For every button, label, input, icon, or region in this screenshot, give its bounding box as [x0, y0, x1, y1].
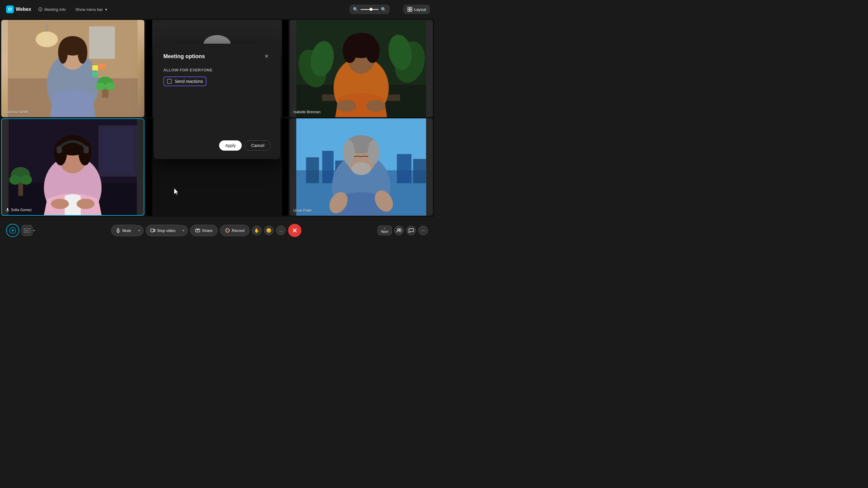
bottom-toolbar: CC ▾ Mute ▾ [0, 217, 434, 244]
dialog-section-title: Allow for everyone [163, 68, 271, 72]
send-reactions-checkbox[interactable] [167, 79, 172, 84]
webex-assistant-button[interactable] [6, 224, 19, 237]
svg-rect-71 [413, 159, 426, 184]
dialog-footer: Apply Cancel [163, 140, 271, 151]
meeting-info-label: Meeting info [44, 7, 66, 12]
svg-rect-48 [101, 129, 133, 173]
svg-rect-13 [89, 27, 115, 59]
isabelle-name-label: Isabelle Brennan [293, 110, 320, 114]
record-icon [225, 228, 230, 233]
share-label: Share [202, 228, 213, 233]
cancel-button[interactable]: Cancel [245, 140, 271, 151]
isabelle-name: Isabelle Brennan [293, 110, 320, 114]
top-bar-left: Webex Meeting info Show menu bar ▾ [6, 5, 110, 13]
svg-point-81 [12, 230, 13, 231]
share-icon [195, 228, 200, 233]
layout-icon [407, 7, 412, 12]
show-menu-label: Show menu bar [75, 7, 103, 12]
end-call-button[interactable] [288, 224, 301, 237]
svg-point-76 [368, 140, 379, 165]
toolbar-left: CC ▾ [6, 224, 35, 237]
umar-name: Umar Patel [293, 208, 311, 213]
zoom-in-icon[interactable]: 🔍 [381, 7, 386, 12]
svg-rect-70 [397, 154, 411, 183]
captions-button[interactable]: CC ▾ [22, 225, 35, 236]
assistant-icon [9, 227, 16, 234]
participants-icon [396, 228, 402, 233]
video-tile-isabelle: Isabelle Brennan [290, 20, 433, 117]
info-icon [38, 7, 42, 11]
stop-video-arrow[interactable]: ▾ [180, 225, 188, 236]
zoom-thumb [370, 8, 373, 11]
reactions-icon: 😊 [266, 228, 271, 233]
share-button[interactable]: Share [190, 225, 218, 236]
svg-point-52 [21, 175, 32, 185]
svg-rect-67 [306, 157, 319, 183]
zoom-slider[interactable] [361, 9, 378, 10]
end-call-icon [292, 227, 298, 233]
apply-button[interactable]: Apply [219, 140, 242, 151]
more-right-button[interactable]: ··· [418, 226, 428, 235]
meeting-info-button[interactable]: Meeting info [36, 6, 68, 13]
svg-rect-59 [84, 146, 89, 153]
svg-rect-96 [385, 228, 385, 229]
svg-point-42 [347, 33, 376, 49]
mute-button[interactable]: Mute [111, 225, 135, 236]
umar-name-label: Umar Patel [293, 208, 311, 213]
svg-text:CC: CC [25, 230, 28, 232]
sofia-name-label: Sofia Gomez [5, 208, 32, 212]
svg-point-18 [78, 41, 87, 64]
meeting-options-dialog: Meeting options ✕ Allow for everyone Sen… [154, 44, 280, 159]
record-button[interactable]: Record [220, 225, 250, 236]
video-tile-sofia: Sofia Gomez [1, 119, 144, 216]
captions-arrow[interactable]: ▾ [33, 229, 35, 233]
svg-rect-7 [408, 10, 410, 11]
clarissa-name: Clarissa Smith [5, 110, 28, 114]
stop-video-button[interactable]: Stop video [146, 225, 180, 236]
svg-rect-93 [384, 228, 384, 228]
reactions-button[interactable]: 😊 [264, 226, 274, 235]
chat-button[interactable] [406, 226, 416, 235]
show-menu-button[interactable]: Show menu bar ▾ [73, 6, 110, 13]
mute-button-group: Mute ▾ [111, 225, 144, 236]
svg-rect-58 [57, 146, 62, 153]
video-tile-umar: Umar Patel [290, 119, 433, 216]
svg-rect-23 [92, 65, 98, 70]
clarissa-person [1, 20, 144, 117]
raise-hand-icon: ✋ [254, 228, 259, 233]
svg-point-43 [337, 100, 356, 112]
zoom-controls[interactable]: 🔍 🔍 [350, 5, 390, 14]
svg-rect-6 [410, 7, 412, 9]
toolbar-right: Apps ··· [378, 226, 428, 235]
record-label: Record [232, 228, 244, 233]
dialog-title: Meeting options [163, 53, 205, 60]
svg-point-51 [9, 175, 21, 185]
umar-person [290, 119, 433, 216]
layout-button[interactable]: Layout [404, 5, 430, 14]
more-right-icon: ··· [421, 228, 425, 233]
toolbar-center: Mute ▾ Stop video ▾ Share [111, 224, 301, 237]
zoom-out-icon[interactable]: 🔍 [353, 7, 358, 12]
svg-point-77 [351, 162, 371, 175]
mute-label: Mute [122, 228, 131, 233]
dialog-close-button[interactable]: ✕ [262, 52, 271, 61]
captions-icon-btn[interactable]: CC [22, 225, 33, 236]
send-reactions-row[interactable]: Send reactions [163, 76, 207, 86]
chat-icon [408, 228, 414, 233]
svg-rect-68 [322, 151, 334, 184]
apps-button[interactable]: Apps [378, 226, 392, 235]
mute-arrow[interactable]: ▾ [135, 225, 144, 236]
sofia-name: Sofia Gomez [11, 208, 32, 212]
clarissa-name-label: Clarissa Smith [5, 110, 28, 114]
svg-point-21 [96, 83, 105, 90]
svg-point-98 [399, 229, 401, 230]
stop-video-icon [150, 228, 155, 233]
svg-rect-8 [410, 10, 412, 11]
raise-hand-button[interactable]: ✋ [252, 226, 261, 235]
svg-point-17 [58, 41, 68, 64]
participants-button[interactable] [394, 226, 404, 235]
more-options-button[interactable]: ... [276, 226, 286, 235]
app-name: Webex [16, 7, 31, 12]
svg-point-75 [343, 140, 355, 165]
svg-rect-87 [151, 229, 154, 232]
